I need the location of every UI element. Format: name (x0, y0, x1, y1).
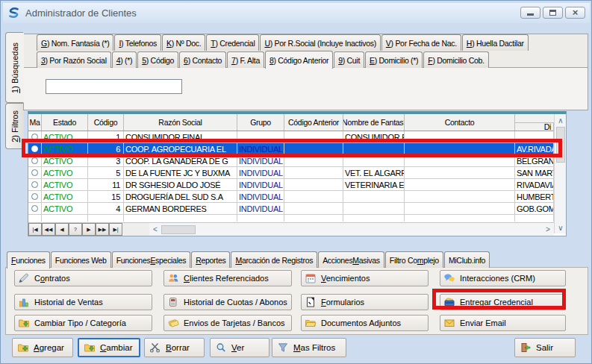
function-button-formularios[interactable]: Formularios (301, 294, 429, 310)
table-row[interactable]: ACTIVO11DR SGHESIO ALDO JOSÉINDIVIDUALVE… (28, 179, 554, 191)
function-tab-funciones-especiales[interactable]: Funciones Especiales (112, 251, 191, 268)
radio-icon[interactable] (31, 193, 38, 200)
table-row[interactable]: ACTIVO1CONSUMIDOR FINALCONSUMIDOR FIN (28, 131, 554, 143)
vertical-scrollbar[interactable]: ∧ ∨ (554, 114, 566, 233)
search-tab-3-por-raz-n-social[interactable]: 3) Por Razón Social (37, 51, 111, 68)
horizontal-scrollbar[interactable]: < > (149, 223, 554, 236)
column-header-ma[interactable]: Ma (28, 114, 42, 131)
navigator-button-2[interactable]: ◀ (55, 223, 69, 236)
table-row[interactable]: ACTIVO4GERMAN BORDERESINDIVIDUALGOB.GOME… (28, 203, 554, 215)
search-tab-4-[interactable]: 4) (*) (112, 51, 137, 68)
column-header-grupo[interactable]: Grupo (237, 114, 284, 131)
search-tab-v-por-fecha-de-nac-[interactable]: V) Por Fecha de Nac. (381, 34, 461, 51)
search-tab-7-f-alta[interactable]: 7) F. Alta (227, 51, 264, 68)
function-button-enviar-email[interactable]: Enviar Email (440, 315, 566, 331)
function-button-vencimientos[interactable]: Vencimientos (301, 270, 429, 286)
radio-icon[interactable] (31, 181, 38, 188)
navigator-button-6[interactable]: ▶| (109, 223, 122, 236)
scroll-up-icon[interactable]: ∧ (555, 114, 567, 126)
search-tab-e-domicilio-[interactable]: E) Domicilio (*) (365, 51, 423, 68)
function-button-historial-de-cuotas-abonos[interactable]: Historial de Cuotas / Abonos (163, 294, 292, 310)
function-tab-funciones[interactable]: Funciones (7, 251, 50, 269)
search-tab-h-huella-dactilar[interactable]: H) Huella Dactilar (462, 34, 529, 51)
radio-cell[interactable] (28, 143, 42, 154)
function-button-documentos-adjuntos[interactable]: Documentos Adjuntos (301, 315, 429, 331)
navigator-button-4[interactable]: ▶ (82, 223, 96, 236)
radio-cell[interactable] (28, 131, 42, 142)
maximize-button[interactable] (543, 7, 563, 19)
radio-selected-icon[interactable] (31, 145, 38, 152)
search-tab-g-nom-fantas-a-[interactable]: G) Nom. Fantasía (*) (37, 34, 113, 51)
function-button-envios-de-tarjetas-bancos[interactable]: Envios de Tarjetas / Bancos (163, 315, 292, 331)
horizontal-scroll-thumb[interactable] (161, 225, 196, 234)
radio-icon[interactable] (31, 134, 38, 140)
table-row[interactable]: ACTIVO3COOP. LA GANADERA DE GINDIVIDUALB… (28, 155, 554, 167)
borrar-button[interactable]: Borrar (144, 338, 205, 357)
cell-grupo: INDIVIDUAL (237, 203, 284, 214)
function-button-label: Documentos Adjuntos (321, 318, 401, 327)
radio-icon[interactable] (31, 157, 38, 164)
column-header-raz-n-social[interactable]: Razón Social (124, 114, 237, 131)
radio-cell[interactable] (28, 191, 42, 202)
search-tab-t-credencial[interactable]: T) Credencial (206, 34, 259, 51)
column-header-di[interactable]: Di (515, 122, 554, 131)
radio-cell[interactable] (28, 155, 42, 166)
search-tab-f-domicilio-cob-[interactable]: F) Domicilio Cob. (423, 51, 488, 68)
search-tab-8-c-digo-anterior[interactable]: 8) Código Anterior (265, 51, 333, 69)
minimize-button[interactable] (520, 7, 540, 19)
navigator-button-5[interactable]: ▶▶ (96, 223, 109, 236)
column-header-c-digo[interactable]: Código (88, 114, 124, 131)
radio-cell[interactable] (28, 179, 42, 190)
salir-button[interactable]: Salir (514, 338, 576, 357)
radio-icon[interactable] (31, 169, 38, 176)
close-icon: × (573, 9, 579, 16)
function-button-historial-de-ventas[interactable]: Historial de Ventas (14, 294, 152, 310)
navigator-button-3[interactable]: ? (69, 223, 82, 236)
table-row[interactable]: ACTIVO5DE LA FUENTE JC Y BUXMAINDIVIDUAL… (28, 167, 554, 179)
mas-filtros-button[interactable]: Mas Filtros (272, 338, 346, 357)
function-tab-strip: FuncionesFunciones WebFunciones Especial… (7, 251, 490, 268)
function-tab-acciones-masivas[interactable]: Acciones Masivas (318, 251, 384, 268)
column-header-c-digo-anterior[interactable]: Código Anterior (284, 114, 343, 131)
empty-cell (284, 215, 343, 222)
search-tab-9-cuit[interactable]: 9) Cuit (334, 51, 364, 68)
search-tab-k-n-doc-[interactable]: K) Nº Doc. (162, 34, 205, 51)
search-input[interactable] (46, 79, 182, 94)
close-button[interactable]: × (565, 7, 585, 19)
cambiar-button[interactable]: Cambiar (78, 338, 140, 357)
function-button-cambiar-tipo-categor-a[interactable]: Cambiar Tipo / Categoría (14, 315, 152, 331)
scroll-down-icon[interactable]: ∨ (555, 222, 567, 233)
column-header-estado[interactable]: Estado (42, 114, 88, 131)
navigator-button-1[interactable]: ◀◀ (42, 223, 55, 236)
function-button-entregar-credencial[interactable]: Entregar Credencial (440, 294, 566, 310)
record-navigator: |◀◀◀◀?▶▶▶▶| < > (28, 222, 554, 236)
radio-cell[interactable] (28, 203, 42, 214)
scroll-left-icon[interactable]: < (149, 224, 161, 236)
function-tab-filtro-complejo[interactable]: Filtro Complejo (385, 251, 443, 268)
function-tab-marcaci-n-de-registros[interactable]: Marcación de Registros (231, 251, 317, 268)
table-row[interactable]: ACTIVO6COOP. AGROPECUARIA ELINDIVIDUALAV… (28, 143, 554, 155)
function-tab-reportes[interactable]: Reportes (191, 251, 230, 268)
cell-direccion: BELGRANO 22 (515, 155, 554, 166)
search-tab-5-c-digo[interactable]: 5) Código (137, 51, 178, 68)
function-button-clientes-referenciados[interactable]: Clientes Referenciados (163, 270, 292, 286)
function-tab-funciones-web[interactable]: Funciones Web (51, 251, 111, 268)
function-button-contratos[interactable]: Contratos (14, 270, 152, 286)
column-header-nombre-de-fantas-[interactable]: Nombre de Fantasí (343, 114, 405, 131)
ver-button[interactable]: Ver (210, 338, 269, 357)
radio-cell[interactable] (28, 167, 42, 178)
function-tab-miclub-info[interactable]: MiClub.info (444, 251, 490, 268)
radio-icon[interactable] (31, 205, 38, 212)
sidebar-tab-1-b-squedas[interactable]: 1) Búsquedas (5, 32, 24, 103)
column-header-contacto[interactable]: Contacto (405, 114, 515, 131)
search-tab-i-telefonos[interactable]: I) Telefonos (114, 34, 161, 51)
scroll-right-icon[interactable]: > (542, 224, 554, 236)
agregar-button[interactable]: Agregar (12, 338, 73, 357)
function-button-interacciones-crm-[interactable]: Interacciones (CRM) (440, 270, 566, 286)
search-tab-6-contacto[interactable]: 6) Contacto (179, 51, 226, 68)
sidebar-tab-2-filtros[interactable]: 2) Filtros (5, 103, 24, 149)
navigator-button-0[interactable]: |◀ (28, 223, 42, 236)
table-row[interactable]: ACTIVO15DROGUERÍA DEL SUD S.AINDIVIDUALH… (28, 191, 554, 203)
vertical-scroll-thumb[interactable] (556, 127, 565, 163)
search-tab-u-por-r-social-incluye-inactivos-[interactable]: U) Por R.Social (Incluye Inactivos) (260, 34, 380, 51)
